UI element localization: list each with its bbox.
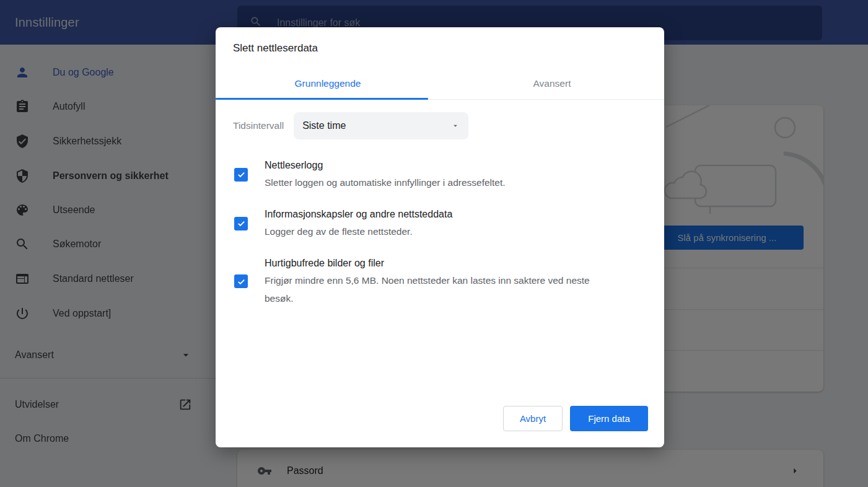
sidebar-item-utseende[interactable]: Utseende: [0, 198, 231, 222]
checkbox-row-cookies: Informasjonskapsler og andre nettsteddat…: [233, 206, 617, 240]
clear-data-button[interactable]: Fjern data: [570, 406, 648, 431]
cancel-button[interactable]: Avbryt: [503, 406, 563, 431]
checkbox-description: Logger deg av de fleste nettsteder.: [265, 222, 593, 240]
turn-on-sync-button[interactable]: Slå på synkronisering ...: [651, 226, 804, 250]
extensions-label: Utvidelser: [15, 399, 59, 410]
sidebar-item-du-og-google[interactable]: Du og Google: [0, 60, 231, 85]
password-row[interactable]: Passord: [237, 450, 823, 487]
time-range-label: Tidsintervall: [233, 120, 284, 131]
dialog-title: Slett nettleserdata: [233, 42, 318, 55]
search-icon: [15, 237, 30, 252]
time-range-select[interactable]: Siste time: [294, 112, 468, 139]
password-row-label: Passord: [287, 465, 323, 476]
checkbox-label: Informasjonskapsler og andre nettsteddat…: [265, 206, 593, 222]
checkbox-row-cached-images: Hurtigbufrede bilder og filer Frigjør mi…: [233, 255, 617, 307]
sidebar-item-sikkerhetssjekk[interactable]: Sikkerhetssjekk: [0, 129, 231, 154]
safety-check-icon: [15, 134, 30, 149]
checkbox-list: Nettleserlogg Sletter loggen og automati…: [233, 157, 617, 322]
sidebar-item-standard-nettleser[interactable]: Standard nettleser: [0, 266, 231, 291]
checkbox-description: Frigjør mindre enn 5,6 MB. Noen nettsted…: [265, 271, 593, 307]
checkbox-text: Nettleserlogg Sletter loggen og automati…: [265, 157, 593, 191]
checkbox-label: Nettleserlogg: [265, 157, 593, 173]
browser-icon: [15, 271, 30, 286]
checkbox-row-browsing-history: Nettleserlogg Sletter loggen og automati…: [233, 157, 617, 191]
browsing-history-checkbox[interactable]: [234, 168, 248, 182]
page-title: Innstillinger: [15, 0, 79, 45]
tab-grunnleggende[interactable]: Grunnleggende: [216, 68, 440, 99]
active-tab-indicator: [216, 98, 428, 100]
sidebar-item-label: Sikkerhetssjekk: [53, 136, 121, 147]
sidebar-item-label: Personvern og sikkerhet: [53, 170, 169, 182]
autofill-icon: [15, 99, 30, 114]
checkbox-label: Hurtigbufrede bilder og filer: [265, 255, 593, 271]
sidebar-item-label: Du og Google: [53, 67, 114, 78]
sidebar-item-label: Standard nettleser: [53, 273, 134, 284]
sidebar-advanced-toggle[interactable]: Avansert: [0, 343, 231, 367]
sync-illustration: [644, 105, 823, 229]
sidebar-item-label: Søkemotor: [53, 239, 101, 250]
cookies-checkbox[interactable]: [234, 217, 248, 230]
sidebar-item-utvidelser[interactable]: Utvidelser: [0, 392, 231, 417]
sidebar-item-autofyll[interactable]: Autofyll: [0, 94, 231, 119]
sidebar-item-personvern[interactable]: Personvern og sikkerhet: [0, 164, 231, 188]
dropdown-caret-icon: [451, 121, 460, 130]
about-label: Om Chrome: [15, 433, 69, 444]
time-range-row: Tidsintervall Siste time: [233, 112, 468, 139]
time-range-value: Siste time: [302, 120, 346, 131]
sidebar-item-ved-oppstart[interactable]: Ved oppstart]: [0, 301, 231, 326]
chrome-settings-window: Innstillinger Du og Google Autofyll: [0, 0, 868, 487]
sidebar-item-label: Utseende: [53, 204, 95, 216]
checkbox-description: Sletter loggen og automatiske innfylling…: [265, 173, 593, 191]
sidebar-item-label: Autofyll: [53, 101, 85, 112]
dialog-actions: Avbryt Fjern data: [503, 406, 648, 431]
person-icon: [15, 65, 30, 80]
clear-browsing-data-dialog: Slett nettleserdata Grunnleggende Avanse…: [216, 27, 664, 447]
sidebar-item-om-chrome[interactable]: Om Chrome: [0, 426, 231, 451]
chevron-down-icon: [180, 349, 192, 361]
checkbox-text: Informasjonskapsler og andre nettsteddat…: [265, 206, 593, 240]
open-in-new-icon: [178, 398, 192, 411]
dialog-tabs: Grunnleggende Avansert: [216, 68, 664, 100]
advanced-label: Avansert: [15, 349, 54, 361]
sidebar-item-sokemotor[interactable]: Søkemotor: [0, 232, 231, 257]
privacy-shield-icon: [15, 169, 30, 183]
chevron-right-icon: [789, 465, 801, 477]
autofill-card: Passord: [237, 450, 823, 487]
key-icon: [257, 463, 272, 478]
palette-icon: [15, 203, 30, 217]
tab-avansert[interactable]: Avansert: [440, 68, 664, 99]
checkbox-text: Hurtigbufrede bilder og filer Frigjør mi…: [265, 255, 593, 307]
sidebar-divider: [0, 378, 231, 379]
sidebar-item-label: Ved oppstart]: [53, 308, 111, 319]
power-icon: [15, 306, 30, 321]
cached-images-checkbox[interactable]: [234, 274, 248, 288]
